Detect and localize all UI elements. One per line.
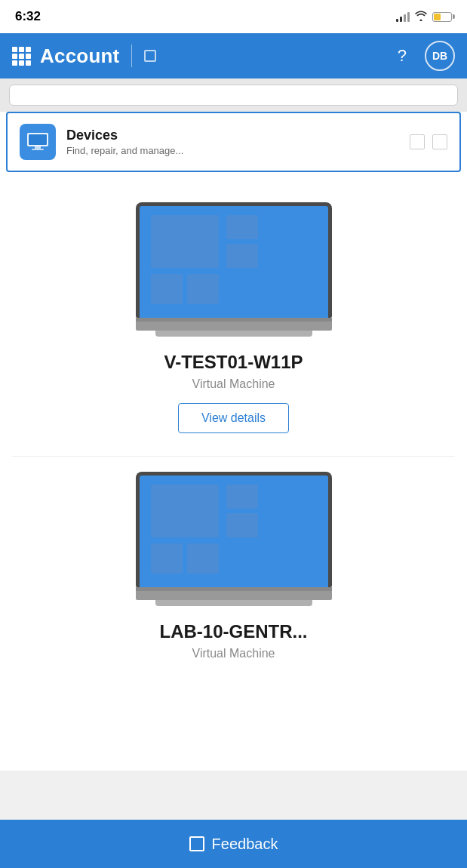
feedback-icon [189, 836, 204, 851]
search-bar[interactable] [9, 85, 458, 106]
monitor-icon [26, 130, 50, 154]
header-divider [131, 45, 132, 67]
status-bar: 6:32 [0, 0, 467, 33]
device-1-type: Virtual Machine [192, 377, 275, 391]
header-title: Account [40, 45, 119, 68]
devices-action-1[interactable] [410, 134, 425, 149]
feedback-label: Feedback [212, 836, 278, 853]
laptop-illustration-1 [136, 202, 332, 337]
header: Account ? DB [0, 33, 467, 78]
device-card-1: V-TEST01-W11P Virtual Machine View detai… [12, 187, 455, 457]
device-2-name: LAB-10-GENTR... [159, 621, 307, 642]
status-icons [396, 11, 452, 23]
device-2-type: Virtual Machine [192, 647, 275, 660]
wifi-icon [414, 11, 428, 23]
feedback-bar[interactable]: Feedback [0, 820, 467, 868]
svg-rect-3 [32, 149, 44, 150]
status-time: 6:32 [15, 9, 41, 24]
view-details-button-1[interactable]: View details [178, 403, 289, 433]
search-area [0, 78, 467, 112]
device-1-name: V-TEST01-W11P [164, 352, 303, 373]
avatar[interactable]: DB [425, 41, 455, 71]
help-button[interactable]: ? [398, 46, 407, 66]
device-card-2: LAB-10-GENTR... Virtual Machine [12, 457, 455, 695]
svg-rect-2 [35, 146, 41, 149]
devices-action-2[interactable] [432, 134, 447, 149]
devices-list: V-TEST01-W11P Virtual Machine View detai… [0, 172, 467, 771]
battery-icon [432, 12, 452, 22]
devices-subtitle: Find, repair, and manage... [66, 145, 399, 156]
main-content: Devices Find, repair, and manage... [0, 112, 467, 771]
devices-icon-container [20, 124, 56, 160]
svg-rect-1 [29, 134, 47, 145]
signal-icon [396, 11, 410, 22]
devices-text: Devices Find, repair, and manage... [66, 128, 399, 156]
header-square-icon[interactable] [144, 50, 156, 62]
grid-menu-icon[interactable] [12, 47, 31, 66]
devices-actions [410, 134, 447, 149]
devices-row[interactable]: Devices Find, repair, and manage... [6, 112, 461, 172]
laptop-illustration-2 [136, 472, 332, 606]
devices-title: Devices [66, 128, 399, 143]
